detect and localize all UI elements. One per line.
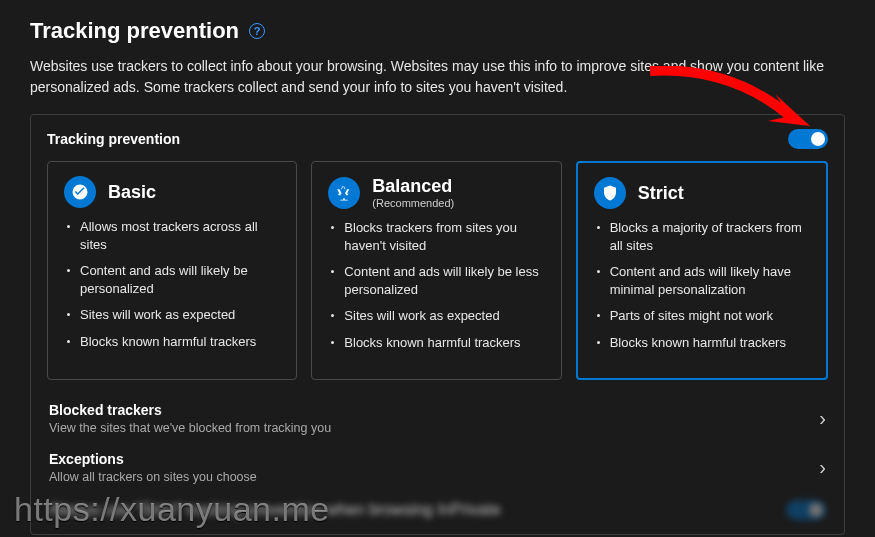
card-bullet: Blocks known harmful trackers <box>328 334 544 352</box>
card-bullet: Blocks a majority of trackers from all s… <box>594 219 810 254</box>
card-bullet: Allows most trackers across all sites <box>64 218 280 253</box>
tracking-prevention-panel: Tracking prevention Basic Allows most tr… <box>30 114 845 535</box>
watermark: https://xuanyuan.me <box>14 490 330 529</box>
card-bullet: Blocks known harmful trackers <box>594 334 810 352</box>
card-bullet: Content and ads will likely be less pers… <box>328 263 544 298</box>
card-bullet: Content and ads will likely have minimal… <box>594 263 810 298</box>
inprivate-strict-toggle[interactable] <box>786 500 826 520</box>
intro-text: Websites use trackers to collect info ab… <box>30 56 845 98</box>
blocked-trackers-link[interactable]: Blocked trackers View the sites that we'… <box>47 394 828 443</box>
blocked-trackers-title: Blocked trackers <box>49 402 331 418</box>
card-bullet: Content and ads will likely be personali… <box>64 262 280 297</box>
balanced-icon <box>328 177 360 209</box>
card-title: Basic <box>108 182 156 203</box>
card-subtitle: (Recommended) <box>372 197 454 209</box>
chevron-right-icon: › <box>819 407 826 430</box>
card-strict[interactable]: Strict Blocks a majority of trackers fro… <box>576 161 828 380</box>
strict-icon <box>594 177 626 209</box>
tracking-prevention-toggle[interactable] <box>788 129 828 149</box>
card-bullet: Sites will work as expected <box>328 307 544 325</box>
card-title: Balanced <box>372 176 454 197</box>
basic-icon <box>64 176 96 208</box>
card-bullet: Parts of sites might not work <box>594 307 810 325</box>
card-bullet: Blocks trackers from sites you haven't v… <box>328 219 544 254</box>
chevron-right-icon: › <box>819 456 826 479</box>
card-basic[interactable]: Basic Allows most trackers across all si… <box>47 161 297 380</box>
exceptions-link[interactable]: Exceptions Allow all trackers on sites y… <box>47 443 828 492</box>
card-bullet: Blocks known harmful trackers <box>64 333 280 351</box>
page-title: Tracking prevention <box>30 18 239 44</box>
card-balanced[interactable]: Balanced (Recommended) Blocks trackers f… <box>311 161 561 380</box>
help-icon[interactable]: ? <box>249 23 265 39</box>
blocked-trackers-desc: View the sites that we've blocked from t… <box>49 421 331 435</box>
card-bullet: Sites will work as expected <box>64 306 280 324</box>
panel-label: Tracking prevention <box>47 131 180 147</box>
exceptions-desc: Allow all trackers on sites you choose <box>49 470 257 484</box>
exceptions-title: Exceptions <box>49 451 257 467</box>
card-title: Strict <box>638 183 684 204</box>
